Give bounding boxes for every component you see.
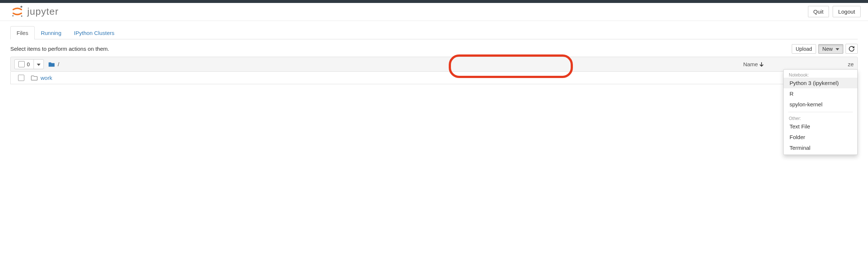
folder-icon[interactable] [48,61,55,67]
jupyter-logo-icon [11,5,24,18]
tab-files[interactable]: Files [10,26,35,39]
column-name-label: Name [743,61,758,67]
tab-running[interactable]: Running [35,26,68,39]
hint-text: Select items to perform actions on them. [10,46,109,52]
toolbar: Select items to perform actions on them.… [10,44,858,54]
select-all-checkbox[interactable] [18,61,25,67]
refresh-icon [849,46,854,52]
column-size-partial[interactable]: ze [848,61,854,67]
caret-down-icon [37,64,41,66]
svg-point-0 [21,6,22,8]
tab-ipython-clusters[interactable]: IPython Clusters [68,26,121,39]
row-checkbox[interactable] [18,75,24,81]
list-row[interactable]: work [10,72,858,84]
row-name[interactable]: work [41,75,52,81]
arrow-down-icon [759,62,764,67]
new-button-label: New [822,46,833,52]
svg-point-1 [12,15,14,17]
select-menu-toggle[interactable] [34,60,43,69]
quit-button[interactable]: Quit [808,6,829,17]
new-dropdown: Notebook: Python 3 (ipykernel) R spylon-… [783,69,858,84]
tabs: Files Running IPython Clusters [10,26,858,39]
upload-button[interactable]: Upload [792,44,816,54]
refresh-button[interactable] [846,44,858,54]
select-all-group[interactable]: 0 [14,59,44,69]
jupyter-logo[interactable]: jupyter [11,5,59,18]
dropdown-section-notebook: Notebook: [784,71,857,78]
dropdown-item-python3[interactable]: Python 3 (ipykernel) [784,78,857,84]
window-topbar [0,0,868,3]
svg-point-2 [21,15,22,17]
breadcrumb[interactable]: / [58,61,59,67]
logout-button[interactable]: Logout [833,6,861,17]
brand-text: jupyter [27,6,59,17]
list-header: 0 / Name ze [10,57,858,72]
new-button[interactable]: New [818,44,843,54]
sort-by-name[interactable]: Name [743,61,764,67]
caret-down-icon [836,48,839,50]
folder-icon [31,75,38,81]
header: jupyter Quit Logout [0,3,868,21]
header-buttons: Quit Logout [808,6,861,17]
selected-count: 0 [27,61,30,67]
